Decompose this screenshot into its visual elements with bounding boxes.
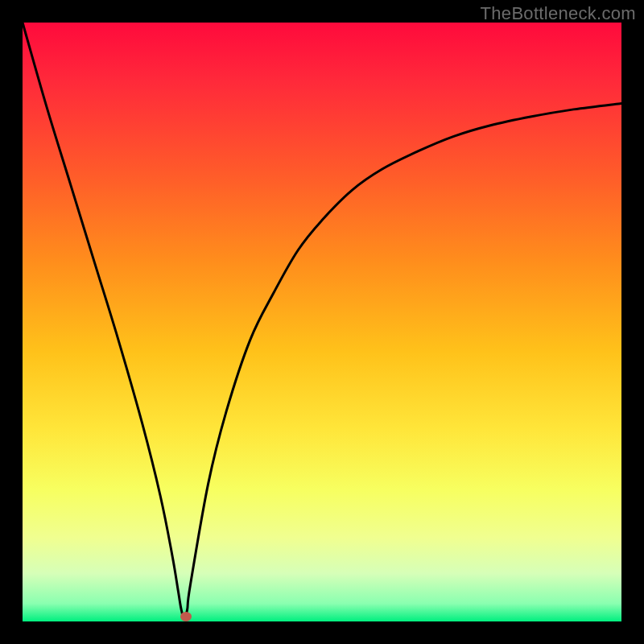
chart-frame: TheBottleneck.com <box>0 0 644 644</box>
min-point-marker <box>180 612 192 621</box>
bottleneck-curve <box>23 23 621 618</box>
plot-area <box>23 23 621 621</box>
chart-svg <box>23 23 621 621</box>
watermark-text: TheBottleneck.com <box>481 3 636 24</box>
